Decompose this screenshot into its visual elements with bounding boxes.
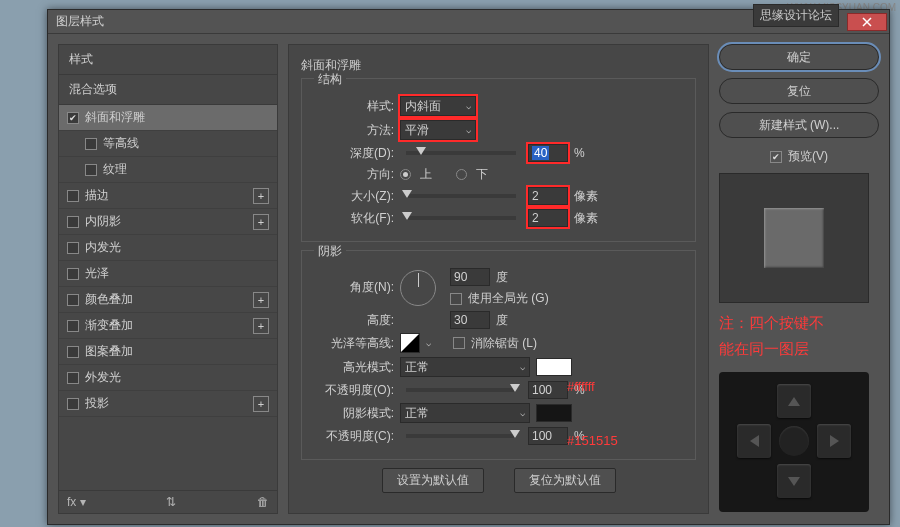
styles-header[interactable]: 样式 [59, 45, 277, 75]
sidebar-item-inner-glow[interactable]: 内发光 [59, 235, 277, 261]
sidebar-item-texture[interactable]: 纹理 [59, 157, 277, 183]
direction-down-radio[interactable] [456, 169, 467, 180]
new-style-button[interactable]: 新建样式 (W)... [719, 112, 879, 138]
chevron-down-icon: ⌵ [520, 408, 525, 418]
panel-title: 斜面和浮雕 [301, 57, 696, 74]
dpad-left-icon [737, 424, 771, 458]
soften-input[interactable]: 2 [528, 209, 568, 227]
sidebar-item-label: 光泽 [85, 265, 109, 282]
checkbox-icon[interactable] [67, 346, 79, 358]
altitude-input[interactable]: 30 [450, 311, 490, 329]
sidebar-item-label: 纹理 [103, 161, 127, 178]
preview-checkbox[interactable] [770, 151, 782, 163]
checkbox-icon[interactable] [67, 294, 79, 306]
add-icon[interactable]: + [253, 318, 269, 334]
add-icon[interactable]: + [253, 214, 269, 230]
sidebar-item-bevel[interactable]: 斜面和浮雕 [59, 105, 277, 131]
antialias-checkbox[interactable] [453, 337, 465, 349]
sidebar-item-outer-glow[interactable]: 外发光 [59, 365, 277, 391]
checkbox-icon[interactable] [67, 372, 79, 384]
blend-options-header[interactable]: 混合选项 [59, 75, 277, 105]
shadow-mode-label: 阴影模式: [314, 405, 394, 422]
size-input[interactable]: 2 [528, 187, 568, 205]
add-icon[interactable]: + [253, 292, 269, 308]
sidebar-item-satin[interactable]: 光泽 [59, 261, 277, 287]
shadow-opacity-input[interactable]: 100 [528, 427, 568, 445]
chevron-down-icon: ⌵ [466, 125, 471, 135]
dpad-illustration [719, 372, 869, 512]
checkbox-icon[interactable] [67, 112, 79, 124]
close-icon [862, 17, 872, 27]
sidebar-item-contour[interactable]: 等高线 [59, 131, 277, 157]
dpad-down-icon [777, 464, 811, 498]
sidebar-item-color-overlay[interactable]: 颜色叠加 + [59, 287, 277, 313]
sidebar-item-label: 斜面和浮雕 [85, 109, 145, 126]
shadow-mode-select[interactable]: 正常⌵ [400, 403, 530, 423]
depth-slider[interactable] [406, 151, 516, 155]
style-label: 样式: [314, 98, 394, 115]
preview-swatch [764, 208, 824, 268]
checkbox-icon[interactable] [67, 216, 79, 228]
note-line1: 注：四个按键不 [719, 313, 879, 333]
method-select[interactable]: 平滑⌵ [400, 120, 476, 140]
unit-label: % [574, 146, 585, 160]
direction-label: 方向: [314, 166, 394, 183]
cancel-button[interactable]: 复位 [719, 78, 879, 104]
highlight-opacity-slider[interactable] [406, 388, 516, 392]
sidebar-item-label: 外发光 [85, 369, 121, 386]
dpad-right-icon [817, 424, 851, 458]
sidebar-footer: fx ▾ ⇅ 🗑 [59, 490, 277, 513]
styles-sidebar: 样式 混合选项 斜面和浮雕 等高线 纹理 描边 + 内阴影 [58, 44, 278, 514]
checkbox-icon[interactable] [85, 164, 97, 176]
depth-input[interactable]: 40 [528, 144, 568, 162]
gloss-contour-label: 光泽等高线: [314, 335, 394, 352]
trash-icon[interactable]: 🗑 [257, 495, 269, 509]
ok-button[interactable]: 确定 [719, 44, 879, 70]
dpad-center-icon [779, 426, 809, 456]
global-light-label: 使用全局光 (G) [468, 290, 549, 307]
global-light-checkbox[interactable] [450, 293, 462, 305]
gloss-contour-picker[interactable] [400, 333, 420, 353]
sidebar-item-gradient-overlay[interactable]: 渐变叠加 + [59, 313, 277, 339]
reset-default-button[interactable]: 复位为默认值 [514, 468, 616, 493]
checkbox-icon[interactable] [67, 268, 79, 280]
highlight-color-swatch[interactable] [536, 358, 572, 376]
angle-wheel[interactable] [400, 270, 436, 306]
soften-label: 软化(F): [314, 210, 394, 227]
sidebar-item-stroke[interactable]: 描边 + [59, 183, 277, 209]
sidebar-item-drop-shadow[interactable]: 投影 + [59, 391, 277, 417]
make-default-button[interactable]: 设置为默认值 [382, 468, 484, 493]
sidebar-item-inner-shadow[interactable]: 内阴影 + [59, 209, 277, 235]
sidebar-item-pattern-overlay[interactable]: 图案叠加 [59, 339, 277, 365]
fx-icon[interactable]: fx ▾ [67, 495, 86, 509]
add-icon[interactable]: + [253, 188, 269, 204]
chevron-down-icon[interactable]: ⌵ [426, 338, 431, 348]
sidebar-item-label: 图案叠加 [85, 343, 133, 360]
structure-fieldset: 结构 样式: 内斜面⌵ 方法: 平滑⌵ 深度(D): 40 % 方向: [301, 78, 696, 242]
soften-slider[interactable] [406, 216, 516, 220]
size-slider[interactable] [406, 194, 516, 198]
brand-badge: 思缘设计论坛 [753, 4, 839, 27]
add-icon[interactable]: + [253, 396, 269, 412]
checkbox-icon[interactable] [67, 190, 79, 202]
preview-label: 预览(V) [788, 148, 828, 165]
checkbox-icon[interactable] [67, 320, 79, 332]
direction-up-radio[interactable] [400, 169, 411, 180]
angle-label: 角度(N): [314, 279, 394, 296]
note-line2: 能在同一图层 [719, 339, 879, 359]
highlight-mode-label: 高光模式: [314, 359, 394, 376]
highlight-mode-select[interactable]: 正常⌵ [400, 357, 530, 377]
highlight-opacity-input[interactable]: 100 [528, 381, 568, 399]
shadow-color-swatch[interactable] [536, 404, 572, 422]
checkbox-icon[interactable] [67, 242, 79, 254]
close-button[interactable] [847, 13, 887, 31]
shadow-opacity-slider[interactable] [406, 434, 516, 438]
style-select[interactable]: 内斜面⌵ [400, 96, 476, 116]
highlight-opacity-label: 不透明度(O): [314, 382, 394, 399]
checkbox-icon[interactable] [67, 398, 79, 410]
method-label: 方法: [314, 122, 394, 139]
angle-input[interactable]: 90 [450, 268, 490, 286]
arrows-icon[interactable]: ⇅ [166, 495, 176, 509]
sidebar-item-label: 内阴影 [85, 213, 121, 230]
checkbox-icon[interactable] [85, 138, 97, 150]
